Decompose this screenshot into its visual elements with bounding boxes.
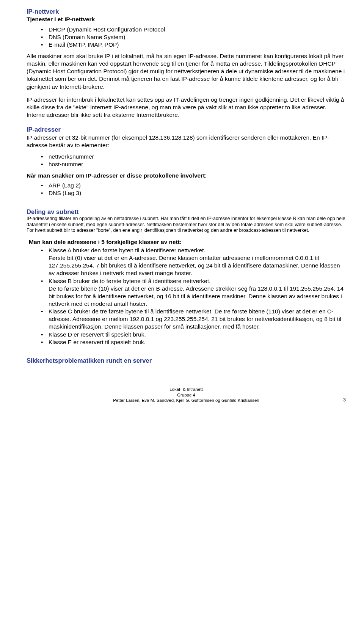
- section-ip-nettverk: IP-nettverk Tjenester i et IP-nettverk D…: [27, 8, 346, 119]
- list-item: DNS (Domain Name System): [41, 33, 346, 41]
- heading-ip-adresser: IP-adresser: [27, 126, 346, 134]
- list-item: DHCP (Dynamic Host Configuration Protoco…: [41, 26, 346, 33]
- footer-line: Petter Larsen, Eva M. Sandved, Kjell G. …: [27, 398, 346, 403]
- paragraph: Alle maskiner som skal bruke IP i et lok…: [27, 52, 346, 91]
- list-klasser: Klasse A bruker den første byten til å i…: [27, 247, 346, 346]
- page-number: 3: [343, 397, 346, 403]
- list-item: Klasse B bruker de to første bytene til …: [41, 277, 346, 308]
- section-sikkerhet: Sikkerhetsproblematikken rundt en server: [27, 357, 346, 365]
- list-item: ARP (Lag 2): [41, 182, 346, 189]
- paragraph: IP-adresser for internbruk i lokalnettet…: [27, 96, 346, 119]
- footer-line: Lokal- & Intranett: [27, 387, 346, 392]
- subheading-klasser: Man kan dele adressene i 5 forskjellige …: [29, 238, 346, 246]
- list-item: E-mail (SMTP, IMAP, POP): [41, 41, 346, 49]
- list-elements: nettverksnummer host-nummer: [27, 153, 346, 168]
- list-item: Klasse A bruker den første byten til å i…: [41, 247, 346, 277]
- subheading-protokoller: Når man snakker om IP-adresser er disse …: [27, 172, 346, 179]
- list-item: Klasse D er reservert til spesielt bruk.: [41, 331, 346, 338]
- list-item: DNS (Lag 3): [41, 189, 346, 197]
- subheading-tjenester: Tjenester i et IP-nettverk: [27, 16, 346, 23]
- footer-line: Gruppe 4: [27, 392, 346, 398]
- list-tjenester: DHCP (Dynamic Host Configuration Protoco…: [27, 26, 346, 49]
- list-item: host-nummer: [41, 160, 346, 168]
- heading-sikkerhet: Sikkerhetsproblematikken rundt en server: [27, 357, 346, 365]
- heading-ip-nettverk: IP-nettverk: [27, 8, 346, 16]
- list-item: nettverksnummer: [41, 153, 346, 160]
- heading-subnett: Deling av subnett: [27, 208, 346, 216]
- list-protokoller: ARP (Lag 2) DNS (Lag 3): [27, 182, 346, 197]
- list-item: Klasse E er reservert til spesielt bruk.: [41, 338, 346, 346]
- section-ip-adresser: IP-adresser IP-adresser er et 32-bit num…: [27, 126, 346, 197]
- section-subnett: Deling av subnett IP-adressering tillate…: [27, 208, 346, 346]
- page-footer: Lokal- & Intranett Gruppe 4 Petter Larse…: [27, 387, 346, 403]
- paragraph: IP-adresser er et 32-bit nummer (for eks…: [27, 134, 346, 149]
- paragraph-small: IP-adressering tillater en oppdeling av …: [27, 216, 346, 234]
- list-item: Klasse C bruker de tre første bytene til…: [41, 308, 346, 330]
